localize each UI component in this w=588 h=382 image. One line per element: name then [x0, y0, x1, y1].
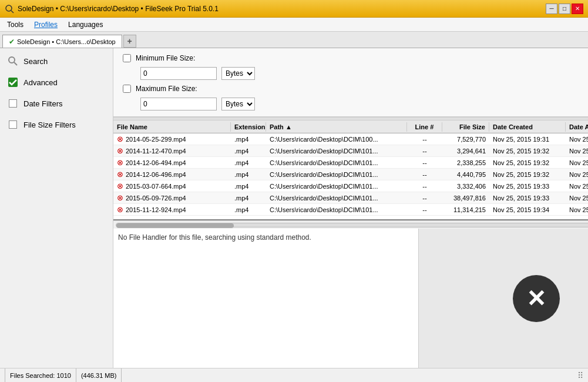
- cell-ext: .mp4: [231, 147, 266, 155]
- cell-created: Nov 25, 2015 19:34: [489, 206, 566, 214]
- sidebar-advanced-label: Advanced: [23, 78, 58, 87]
- close-button[interactable]: ✕: [572, 4, 583, 14]
- col-header-accessed[interactable]: Date Accessed: [566, 122, 588, 132]
- main-container: Search Advanced Date Filters File Size F…: [0, 48, 588, 368]
- status-bar: Files Searched: 1010 (446.31 MB) ⠿: [0, 368, 588, 382]
- sidebar-item-search[interactable]: Search: [0, 51, 113, 72]
- cell-ext: .mp4: [231, 206, 266, 214]
- cell-name-text: 2014-12-06-496.mp4: [126, 171, 186, 178]
- col-header-ext[interactable]: Extension: [231, 122, 266, 132]
- svg-line-3: [14, 62, 17, 65]
- table-body: ⊗ 2014-05-25-299.mp4 .mp4 C:\Users\ricar…: [113, 133, 588, 219]
- table-row[interactable]: ⊗ 2015-11-12-924.mp4 .mp4 C:\Users\ricar…: [113, 204, 588, 216]
- files-searched-text: Files Searched: 1010: [10, 372, 71, 379]
- table-row[interactable]: ⊗ 2014-11-12-470.mp4 .mp4 C:\Users\ricar…: [113, 145, 588, 157]
- tab-add-button[interactable]: +: [123, 35, 136, 48]
- min-size-label: Minimum File Size:: [136, 54, 206, 62]
- table-row[interactable]: ⊗ 2015-03-07-664.mp4 .mp4 C:\Users\ricar…: [113, 180, 588, 192]
- status-size: (446.31 MB): [76, 368, 122, 382]
- max-size-input[interactable]: [140, 98, 217, 110]
- cell-size: 7,529,770: [442, 135, 489, 143]
- col-header-created[interactable]: Date Created: [489, 122, 566, 132]
- cell-ext: .mp4: [231, 194, 266, 202]
- cell-ext: .mp4: [231, 182, 266, 190]
- min-size-input-row: BytesKBMBGB: [123, 67, 588, 80]
- cell-line: --: [407, 135, 442, 143]
- sidebar-item-file-size-filters[interactable]: File Size Filters: [0, 114, 113, 135]
- sidebar-file-size-label: File Size Filters: [23, 120, 76, 129]
- cell-line: --: [407, 170, 442, 179]
- min-size-row: Minimum File Size:: [123, 54, 588, 62]
- col-header-size[interactable]: File Size: [442, 122, 489, 132]
- preview-image: ✕: [419, 229, 588, 368]
- cell-name-text: 2015-03-07-664.mp4: [126, 183, 186, 190]
- cell-created: Nov 25, 2015 19:32: [489, 170, 566, 179]
- preview-message: No File Handler for this file, searching…: [118, 233, 311, 242]
- tab-bar: ✔ SoleDesign • C:\Users...o\Desktop +: [0, 32, 588, 48]
- max-size-checkbox[interactable]: [123, 85, 131, 93]
- sidebar-item-advanced[interactable]: Advanced: [0, 72, 113, 93]
- cell-size: 3,332,406: [442, 182, 489, 190]
- max-size-input-row: BytesKBMBGB: [123, 98, 588, 110]
- cell-line: --: [407, 147, 442, 155]
- cell-path: C:\Users\ricardo\Desktop\DCIM\100...: [266, 135, 407, 143]
- cell-ext: .mp4: [231, 170, 266, 179]
- table-row[interactable]: ⊗ 2014-05-25-299.mp4 .mp4 C:\Users\ricar…: [113, 133, 588, 145]
- cell-created: Nov 25, 2015 19:33: [489, 194, 566, 202]
- max-size-unit-select[interactable]: BytesKBMBGB: [221, 98, 255, 110]
- row-error-icon: ⊗: [117, 158, 123, 167]
- cell-name: ⊗ 2015-11-12-924.mp4: [113, 205, 231, 215]
- cell-line: --: [407, 194, 442, 202]
- cell-path: C:\Users\ricardo\Desktop\DCIM\101...: [266, 194, 407, 202]
- col-header-name[interactable]: File Name: [113, 122, 231, 132]
- advanced-icon: [7, 76, 19, 88]
- cell-created: Nov 25, 2015 19:32: [489, 147, 566, 155]
- cell-created: Nov 25, 2015 19:33: [489, 182, 566, 190]
- table-row[interactable]: ⊗ 2014-12-06-496.mp4 .mp4 C:\Users\ricar…: [113, 169, 588, 180]
- tab-main[interactable]: ✔ SoleDesign • C:\Users...o\Desktop: [2, 35, 122, 48]
- cell-name-text: 2015-11-12-924.mp4: [126, 206, 186, 213]
- horizontal-scrollbar[interactable]: [113, 220, 588, 229]
- cell-name: ⊗ 2014-05-25-299.mp4: [113, 134, 231, 144]
- cell-accessed: Nov 25, 2015 19:32: [566, 170, 588, 179]
- cell-accessed: Nov 25, 2015 19:34: [566, 206, 588, 214]
- row-error-icon: ⊗: [117, 205, 123, 214]
- content-area: Minimum File Size: BytesKBMBGB Maximum F…: [113, 48, 588, 368]
- cell-name: ⊗ 2014-11-12-470.mp4: [113, 146, 231, 156]
- search-icon: [7, 55, 19, 67]
- min-size-input[interactable]: [140, 67, 217, 80]
- menu-tools[interactable]: Tools: [2, 19, 28, 30]
- cell-ext: .mp4: [231, 159, 266, 167]
- minimize-button[interactable]: ─: [546, 4, 557, 14]
- tab-label: SoleDesign • C:\Users...o\Desktop: [17, 38, 116, 45]
- window-controls: ─ □ ✕: [546, 4, 583, 14]
- col-header-path[interactable]: Path ▲: [266, 122, 407, 132]
- max-size-label: Maximum File Size:: [136, 85, 206, 93]
- date-filters-checkbox-icon: [7, 98, 19, 109]
- sidebar: Search Advanced Date Filters File Size F…: [0, 48, 113, 368]
- cell-name-text: 2014-12-06-494.mp4: [126, 159, 186, 166]
- min-size-unit-select[interactable]: BytesKBMBGB: [221, 67, 255, 80]
- cell-name-text: 2014-05-25-299.mp4: [126, 136, 186, 143]
- col-header-line[interactable]: Line #: [407, 122, 442, 132]
- table-row[interactable]: ⊗ 2015-05-09-726.mp4 .mp4 C:\Users\ricar…: [113, 192, 588, 204]
- cell-size: 11,314,215: [442, 206, 489, 214]
- cell-line: --: [407, 182, 442, 190]
- table-row[interactable]: ⊗ 2014-12-06-494.mp4 .mp4 C:\Users\ricar…: [113, 157, 588, 169]
- menu-languages[interactable]: Languages: [63, 19, 107, 30]
- cell-size: 2,338,255: [442, 159, 489, 167]
- cell-size: 38,497,816: [442, 194, 489, 202]
- cell-accessed: Nov 25, 2015 19:32: [566, 147, 588, 155]
- hscroll-track[interactable]: [116, 223, 588, 227]
- hscroll-thumb[interactable]: [116, 223, 234, 228]
- cell-accessed: Nov 25, 2015 19:32: [566, 159, 588, 167]
- min-size-checkbox[interactable]: [123, 54, 131, 62]
- cell-path: C:\Users\ricardo\Desktop\DCIM\101...: [266, 206, 407, 214]
- maximize-button[interactable]: □: [559, 4, 570, 14]
- cell-accessed: Nov 25, 2015 19:31: [566, 135, 588, 143]
- row-error-icon: ⊗: [117, 193, 123, 202]
- sidebar-item-date-filters[interactable]: Date Filters: [0, 93, 113, 114]
- svg-line-1: [11, 11, 14, 13]
- cell-name-text: 2015-05-09-726.mp4: [126, 195, 186, 202]
- menu-profiles[interactable]: Profiles: [29, 19, 62, 30]
